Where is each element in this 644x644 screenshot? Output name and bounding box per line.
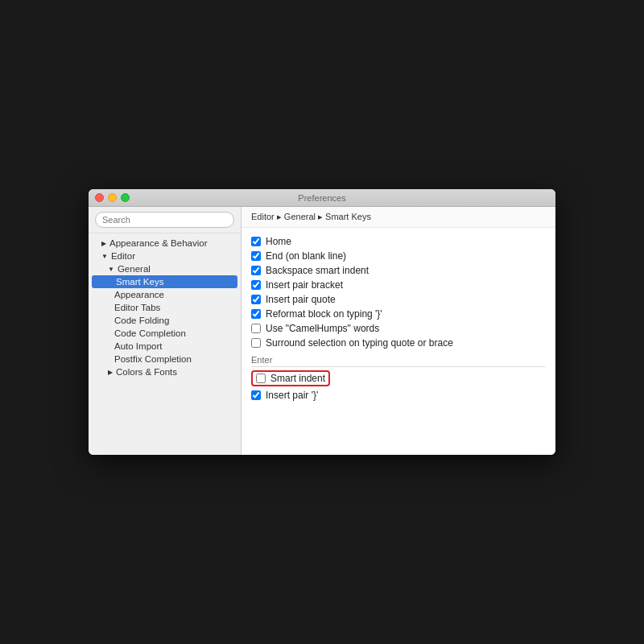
- checkbox-insert-pair-2: Insert pair '}': [251, 388, 546, 402]
- sidebar-item-label: Auto Import: [114, 341, 162, 351]
- minimize-button[interactable]: [108, 193, 117, 202]
- titlebar: Preferences: [89, 189, 555, 207]
- checkbox-insert-pair-quote-label: Insert pair quote: [266, 294, 336, 305]
- sidebar-item-label: Editor: [111, 251, 135, 261]
- sidebar-item-editor-tabs[interactable]: Editor Tabs: [89, 301, 241, 314]
- checkbox-smart-indent-label: Smart indent: [270, 373, 325, 384]
- checkbox-home-label: Home: [266, 236, 291, 247]
- preferences-window: Preferences ▶ Appearance & Behavior ▼ Ed…: [89, 189, 555, 455]
- checkbox-camel-humps-label: Use "CamelHumps" words: [266, 323, 379, 334]
- triangle-icon: ▼: [101, 253, 108, 260]
- window-body: ▶ Appearance & Behavior ▼ Editor ▼ Gener…: [89, 207, 555, 455]
- checkbox-smart-indent-row: Smart indent: [251, 369, 546, 388]
- sidebar-item-colors-fonts[interactable]: ▶ Colors & Fonts: [89, 365, 241, 378]
- checkbox-insert-pair-bracket-label: Insert pair bracket: [266, 279, 343, 291]
- checkbox-insert-pair-2-label: Insert pair '}': [266, 390, 318, 401]
- sidebar-item-code-folding[interactable]: Code Folding: [89, 314, 241, 327]
- sidebar-item-general[interactable]: ▼ General: [89, 262, 241, 275]
- sidebar-item-smart-keys[interactable]: Smart Keys: [92, 275, 237, 288]
- checkbox-backspace-indent-input[interactable]: [251, 266, 261, 275]
- checkbox-insert-pair-bracket-input[interactable]: [251, 280, 261, 290]
- main-content: Editor ▸ General ▸ Smart Keys Home End (…: [242, 207, 555, 455]
- smart-indent-highlight-box: Smart indent: [251, 370, 330, 386]
- enter-section-label: Enter: [251, 355, 546, 367]
- checkbox-home: Home: [251, 234, 546, 249]
- checkbox-end-blank: End (on blank line): [251, 249, 546, 263]
- triangle-icon: ▼: [108, 266, 114, 273]
- sidebar-item-label: Smart Keys: [116, 277, 163, 287]
- checkbox-camel-humps: Use "CamelHumps" words: [251, 321, 546, 336]
- close-button[interactable]: [95, 193, 104, 202]
- sidebar-item-label: Colors & Fonts: [116, 367, 177, 377]
- content-area: Home End (on blank line) Backspace smart…: [242, 228, 555, 455]
- sidebar-item-editor[interactable]: ▼ Editor: [89, 250, 241, 262]
- checkbox-reformat-block-input[interactable]: [251, 309, 261, 319]
- checkbox-surround-input[interactable]: [251, 338, 261, 348]
- checkbox-backspace-indent: Backspace smart indent: [251, 263, 546, 278]
- sidebar-item-appearance[interactable]: Appearance: [89, 288, 241, 301]
- checkbox-camel-humps-input[interactable]: [251, 324, 261, 333]
- checkbox-surround: Surround selection on typing quote or br…: [251, 336, 546, 350]
- sidebar-item-label: Editor Tabs: [114, 303, 160, 312]
- window-title: Preferences: [298, 193, 345, 203]
- sidebar-item-postfix-completion[interactable]: Postfix Completion: [89, 353, 241, 365]
- checkbox-end-blank-input[interactable]: [251, 251, 261, 261]
- checkbox-reformat-block-label: Reformat block on typing '}': [266, 308, 382, 320]
- sidebar-item-code-completion[interactable]: Code Completion: [89, 327, 241, 340]
- sidebar-nav: ▶ Appearance & Behavior ▼ Editor ▼ Gener…: [89, 233, 241, 455]
- checkbox-backspace-indent-label: Backspace smart indent: [266, 265, 369, 276]
- checkbox-reformat-block: Reformat block on typing '}': [251, 307, 546, 321]
- search-input[interactable]: [95, 212, 234, 228]
- checkbox-insert-pair-quote-input[interactable]: [251, 295, 261, 304]
- sidebar: ▶ Appearance & Behavior ▼ Editor ▼ Gener…: [89, 207, 242, 455]
- sidebar-item-label: Code Folding: [114, 316, 169, 325]
- checkbox-insert-pair-quote: Insert pair quote: [251, 292, 546, 307]
- breadcrumb: Editor ▸ General ▸ Smart Keys: [242, 207, 555, 228]
- sidebar-item-appearance-behavior[interactable]: ▶ Appearance & Behavior: [89, 237, 241, 250]
- triangle-icon: ▶: [101, 240, 106, 247]
- checkbox-home-input[interactable]: [251, 237, 261, 246]
- checkbox-end-blank-label: End (on blank line): [266, 250, 346, 262]
- checkbox-insert-pair-bracket: Insert pair bracket: [251, 278, 546, 292]
- sidebar-item-auto-import[interactable]: Auto Import: [89, 340, 241, 353]
- sidebar-item-label: Appearance: [114, 290, 164, 299]
- search-bar: [89, 207, 241, 233]
- checkbox-insert-pair-2-input[interactable]: [251, 390, 261, 400]
- maximize-button[interactable]: [121, 193, 130, 202]
- triangle-icon: ▶: [108, 369, 113, 376]
- traffic-lights: [95, 193, 130, 202]
- checkbox-surround-label: Surround selection on typing quote or br…: [266, 337, 453, 349]
- sidebar-item-label: General: [118, 264, 151, 274]
- checkbox-smart-indent-input[interactable]: [256, 374, 266, 383]
- sidebar-item-label: Appearance & Behavior: [109, 238, 207, 248]
- sidebar-item-label: Postfix Completion: [114, 354, 192, 364]
- sidebar-item-label: Code Completion: [114, 328, 186, 338]
